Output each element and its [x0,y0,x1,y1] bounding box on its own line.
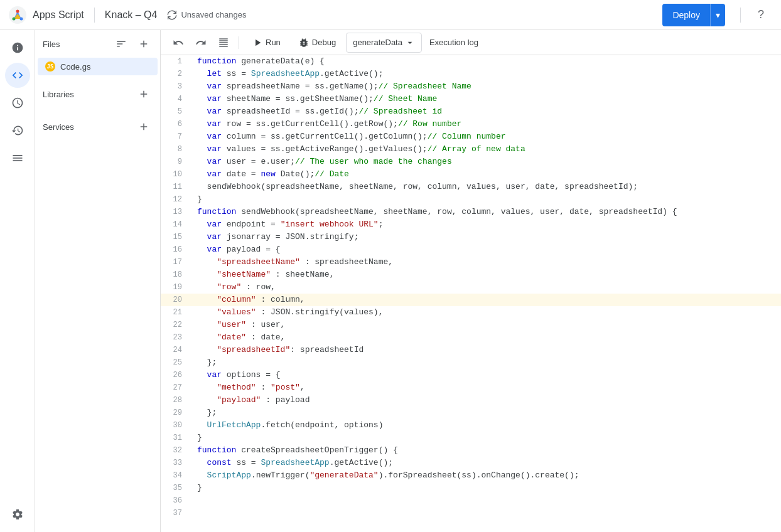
file-item-code[interactable]: JS Code.gs [38,58,158,75]
line-row: 17 "spreadsheetName" : spreadsheetName, [161,256,781,269]
services-title: Services [43,122,130,132]
sidebar-code-button[interactable] [5,63,30,88]
app-logo: Apps Script [8,5,84,25]
sort-icon [116,38,127,50]
line-row: 23 "date" : date, [161,331,781,344]
line-content[interactable] [192,494,781,507]
deploy-button[interactable]: Deploy ▾ [662,4,725,26]
line-content[interactable]: function sendWebhook(spreadsheetName, sh… [192,206,781,218]
line-row: 11 sendWebhook(spreadsheetName, sheetNam… [161,181,781,193]
line-content[interactable]: var jsonarray = JSON.stringify; [192,231,781,243]
function-name: generateData [353,38,402,47]
line-content[interactable] [192,507,781,519]
line-content[interactable]: }; [192,356,781,369]
undo-button[interactable] [168,33,188,53]
line-content[interactable]: "spreadsheetId": spreadsheetId [192,344,781,356]
line-row: 9 var user = e.user;// The user who made… [161,156,781,168]
line-content[interactable]: }; [192,407,781,419]
line-content[interactable]: "date" : date, [192,331,781,344]
line-number: 6 [161,118,192,130]
services-section-header: Services [35,113,160,141]
sidebar-info-button[interactable] [5,35,30,60]
line-content[interactable]: ScriptApp.newTrigger("generateData").for… [192,469,781,482]
line-row: 3 var spreadsheetName = ss.getName();// … [161,80,781,93]
line-content[interactable]: var sheetName = ss.getSheetName();// She… [192,93,781,105]
line-content[interactable]: var date = new Date();// Date [192,168,781,181]
line-number: 5 [161,105,192,118]
line-content[interactable]: let ss = SpreadsheetApp.getActive(); [192,68,781,80]
line-content[interactable]: function generateData(e) { [192,55,781,68]
line-content[interactable]: } [192,432,781,444]
line-content[interactable]: var spreadsheetId = ss.getId();// Spread… [192,105,781,118]
line-number: 14 [161,218,192,231]
line-content[interactable]: } [192,482,781,494]
redo-button[interactable] [191,33,211,53]
line-number: 3 [161,80,192,93]
line-content[interactable]: var endpoint = "insert webhook URL"; [192,218,781,231]
line-content[interactable]: "row" : row, [192,281,781,294]
line-number: 10 [161,168,192,181]
line-row: 18 "sheetName" : sheetName, [161,269,781,281]
help-button[interactable]: ? [748,3,773,28]
line-number: 23 [161,331,192,344]
line-row: 30 UrlFetchApp.fetch(endpoint, options) [161,419,781,432]
add-library-button[interactable] [135,85,153,103]
line-number: 11 [161,181,192,193]
code-table: 1function generateData(e) {2 let ss = Sp… [161,55,781,519]
deploy-arrow-icon[interactable]: ▾ [711,4,725,26]
line-content[interactable]: const ss = SpreadsheetApp.getActive(); [192,457,781,469]
sidebar-history-button[interactable] [5,118,30,143]
add-file-button[interactable] [135,35,153,53]
list-icon [11,152,24,164]
line-row: 20 "column" : column, [161,294,781,306]
line-content[interactable]: "payload" : payload [192,394,781,407]
line-number: 17 [161,256,192,269]
line-content[interactable]: "column" : column, [192,294,781,306]
editor-area: Run Debug generateData Execution log 1fu… [161,30,781,532]
sidebar-settings-button[interactable] [5,502,30,527]
line-content[interactable]: var values = ss.getActiveRange().getValu… [192,143,781,156]
execution-log-button[interactable]: Execution log [424,33,483,53]
run-button[interactable]: Run [244,33,288,53]
line-number: 16 [161,243,192,256]
line-content[interactable]: var spreadsheetName = ss.getName();// Sp… [192,80,781,93]
line-number: 34 [161,469,192,482]
sidebar-list-button[interactable] [5,146,30,171]
line-content[interactable]: "sheetName" : sheetName, [192,269,781,281]
unsaved-label: Unsaved changes [181,10,246,19]
line-content[interactable]: var options = { [192,369,781,381]
redo-icon [195,37,207,48]
format-button[interactable] [213,33,234,53]
line-content[interactable]: "values" : JSON.stringify(values), [192,306,781,319]
line-row: 16 var payload = { [161,243,781,256]
line-content[interactable]: UrlFetchApp.fetch(endpoint, options) [192,419,781,432]
sidebar-triggers-button[interactable] [5,90,30,115]
line-number: 4 [161,93,192,105]
line-content[interactable]: var column = ss.getCurrentCell().getColu… [192,130,781,143]
project-title: Knack – Q4 [105,9,158,21]
deploy-label[interactable]: Deploy [662,4,711,26]
function-selector[interactable]: generateData [346,33,422,53]
line-content[interactable]: "spreadsheetName" : spreadsheetName, [192,256,781,269]
line-content[interactable]: "user" : user, [192,319,781,331]
line-row: 36 [161,494,781,507]
line-content[interactable]: sendWebhook(spreadsheetName, sheetName, … [192,181,781,193]
line-content[interactable]: var payload = { [192,243,781,256]
svg-point-2 [13,17,16,20]
debug-button[interactable]: Debug [291,33,343,53]
line-row: 15 var jsonarray = JSON.stringify; [161,231,781,243]
file-name-code: Code.gs [60,62,90,72]
settings-icon [11,508,24,521]
line-row: 35} [161,482,781,494]
add-service-button[interactable] [135,118,153,136]
line-content[interactable]: var user = e.user;// The user who made t… [192,156,781,168]
line-row: 8 var values = ss.getActiveRange().getVa… [161,143,781,156]
code-icon [11,69,24,82]
line-content[interactable]: function createSpreadsheetOpenTrigger() … [192,444,781,457]
line-content[interactable]: } [192,193,781,206]
code-editor[interactable]: 1function generateData(e) {2 let ss = Sp… [161,55,781,532]
sort-az-button[interactable] [112,35,130,53]
libraries-title: Libraries [43,90,130,99]
line-content[interactable]: var row = ss.getCurrentCell().getRow();/… [192,118,781,130]
line-content[interactable]: "method" : "post", [192,381,781,394]
